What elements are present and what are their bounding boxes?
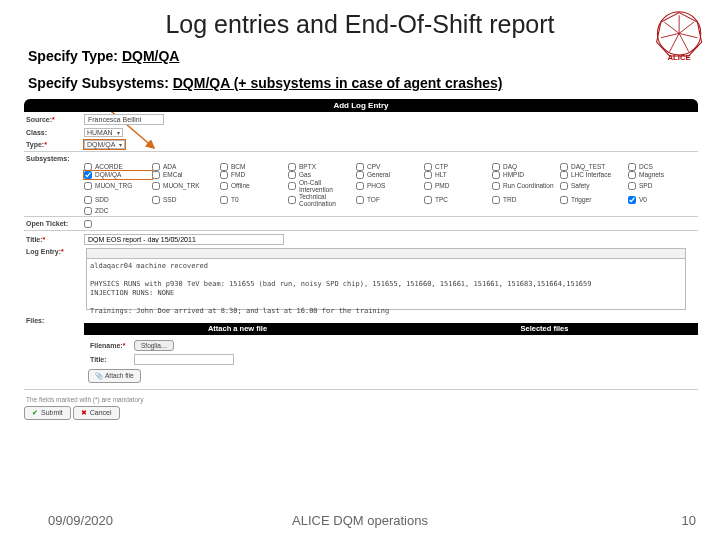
attach-icon: 📎 <box>95 372 103 380</box>
svg-line-8 <box>664 22 679 33</box>
subsystem-sdd[interactable]: SDD <box>84 193 152 207</box>
subsystem-fmd[interactable]: FMD <box>220 171 288 179</box>
selected-files-header: Selected files <box>391 323 698 335</box>
svg-line-5 <box>679 33 689 51</box>
slide-title: Log entries and End-Of-Shift report <box>60 0 660 43</box>
class-label: Class: <box>24 129 80 136</box>
logentry-textarea[interactable]: aldaqacr04 machine recovered PHYSICS RUN… <box>86 258 686 310</box>
subsystem-magnets[interactable]: Magnets <box>628 171 696 179</box>
footer-page-number: 10 <box>682 513 696 528</box>
subsystem-gas[interactable]: Gas <box>288 171 356 179</box>
subsystem-run-coordination[interactable]: Run Coordination <box>492 179 560 193</box>
log-entry-form: Add Log Entry Source: Francesca Bellini … <box>24 99 698 420</box>
type-label: Type: <box>24 141 80 148</box>
instruction-subsystems: Specify Subsystems: DQM/QA (+ subsystems… <box>0 70 720 97</box>
subsystem-trd[interactable]: TRD <box>492 193 560 207</box>
logentry-label: Log Entry: <box>24 248 80 255</box>
subsystem-trigger[interactable]: Trigger <box>560 193 628 207</box>
subsystem-bptx[interactable]: BPTX <box>288 163 356 171</box>
filetitle-label: Title: <box>88 356 130 363</box>
svg-line-6 <box>670 33 680 51</box>
instruction-type: Specify Type: DQM/QA <box>0 43 720 70</box>
attach-file-button[interactable]: 📎Attach file <box>88 369 141 383</box>
subsystem-muon-trk[interactable]: MUON_TRK <box>152 179 220 193</box>
subsystem-daq[interactable]: DAQ <box>492 163 560 171</box>
subsystems-grid: ACORDEADABCMBPTXCPVCTPDAQDAQ_TESTDCSDQM/… <box>24 163 698 215</box>
subsystem-hmpid[interactable]: HMPID <box>492 171 560 179</box>
attach-header: Attach a new file <box>84 323 391 335</box>
subsystem-emcal[interactable]: EMCal <box>152 171 220 179</box>
browse-button[interactable]: Sfoglia… <box>134 340 174 351</box>
source-label: Source: <box>24 116 80 123</box>
open-ticket-checkbox[interactable] <box>84 220 92 228</box>
subsystem-spd[interactable]: SPD <box>628 179 696 193</box>
class-select[interactable]: HUMAN <box>84 128 123 137</box>
svg-line-4 <box>679 33 697 37</box>
subsystem-cpv[interactable]: CPV <box>356 163 424 171</box>
subsystem-ada[interactable]: ADA <box>152 163 220 171</box>
subsystem-hlt[interactable]: HLT <box>424 171 492 179</box>
svg-line-7 <box>661 33 679 37</box>
source-value: Francesca Bellini <box>84 114 164 125</box>
subsystem-tof[interactable]: TOF <box>356 193 424 207</box>
subsystem-safety[interactable]: Safety <box>560 179 628 193</box>
logo-caption: ALICE <box>667 53 690 62</box>
subsystem-ssd[interactable]: SSD <box>152 193 220 207</box>
subsystems-label: Subsystems: <box>24 155 80 162</box>
form-header: Add Log Entry <box>24 99 698 112</box>
filename-label: Filename: <box>88 342 130 349</box>
subsystem-lhc-interface[interactable]: LHC Interface <box>560 171 628 179</box>
filetitle-input[interactable] <box>134 354 234 365</box>
cancel-button[interactable]: Cancel <box>73 406 120 420</box>
footer-center: ALICE DQM operations <box>0 513 720 528</box>
mandatory-note: The fields marked with (*) are mandatory <box>26 396 698 403</box>
subsystem-dcs[interactable]: DCS <box>628 163 696 171</box>
subsystem-tpc[interactable]: TPC <box>424 193 492 207</box>
subsystem-t0[interactable]: T0 <box>220 193 288 207</box>
alice-logo: ALICE <box>654 10 706 66</box>
subsystem-offline[interactable]: Offline <box>220 179 288 193</box>
editor-toolbar[interactable] <box>86 248 686 258</box>
subsystem-general[interactable]: General <box>356 171 424 179</box>
subsystem-on-call-intervention[interactable]: On-Call Intervention <box>288 179 356 193</box>
subsystem-dqm-qa[interactable]: DQM/QA <box>84 171 152 179</box>
subsystem-technical-coordination[interactable]: Technical Coordination <box>288 193 356 207</box>
subsystem-pmd[interactable]: PMD <box>424 179 492 193</box>
title-input[interactable] <box>84 234 284 245</box>
files-label: Files: <box>24 317 80 324</box>
subsystem-muon-trg[interactable]: MUON_TRG <box>84 179 152 193</box>
subsystem-phos[interactable]: PHOS <box>356 179 424 193</box>
svg-line-3 <box>679 22 694 33</box>
type-select[interactable]: DQM/QA <box>84 140 125 149</box>
submit-button[interactable]: Submit <box>24 406 71 420</box>
subsystem-bcm[interactable]: BCM <box>220 163 288 171</box>
title-label: Title: <box>24 236 80 243</box>
subsystem-acorde[interactable]: ACORDE <box>84 163 152 171</box>
subsystem-v0[interactable]: V0 <box>628 193 696 207</box>
subsystem-ctp[interactable]: CTP <box>424 163 492 171</box>
subsystem-daq-test[interactable]: DAQ_TEST <box>560 163 628 171</box>
subsystem-zdc[interactable]: ZDC <box>84 207 152 215</box>
open-ticket-label: Open Ticket: <box>24 220 80 227</box>
